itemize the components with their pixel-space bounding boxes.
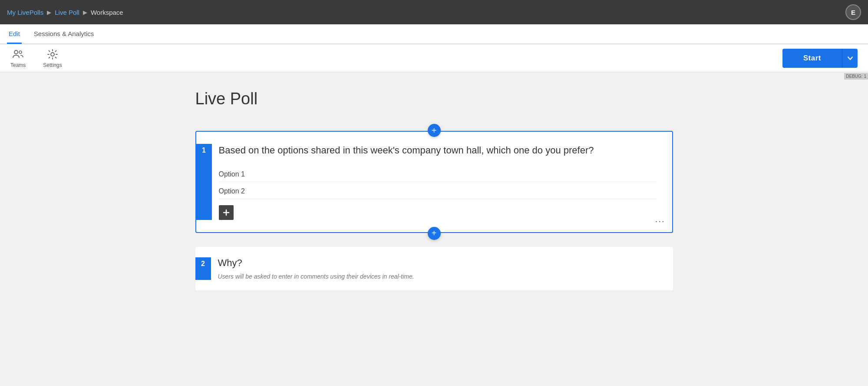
question-text-1: Based on the options shared in this week… [219, 144, 657, 157]
breadcrumb: My LivePolls ▶ Live Poll ▶ Workspace [7, 9, 123, 16]
teams-label: Teams [10, 62, 26, 68]
breadcrumb-poll[interactable]: Live Poll [55, 9, 79, 16]
question-subtitle-2: Users will be asked to enter in comments… [218, 273, 657, 280]
add-question-circle-bottom[interactable]: + [428, 227, 441, 240]
breadcrumb-sep1: ▶ [47, 9, 51, 16]
breadcrumb-sep2: ▶ [83, 9, 87, 16]
settings-icon [46, 48, 59, 60]
question-text-2: Why? [218, 257, 657, 269]
settings-label: Settings [43, 62, 62, 68]
toolbar-settings[interactable]: Settings [43, 48, 62, 68]
breadcrumb-current: Workspace [91, 9, 123, 16]
tab-edit[interactable]: Edit [7, 25, 22, 44]
toolbar: Teams Settings Start [0, 44, 868, 72]
breadcrumb-home[interactable]: My LivePolls [7, 9, 43, 16]
add-question-below-1: + [195, 227, 673, 240]
question-body-2: Why? Users will be asked to enter in com… [218, 257, 657, 280]
option-1[interactable]: Option 1 [219, 167, 657, 182]
add-option-button[interactable] [219, 205, 234, 220]
start-button[interactable]: Start [782, 49, 842, 68]
add-question-above-1: + [195, 124, 673, 137]
add-option-icon [222, 209, 230, 216]
question-card-1[interactable]: 1 Based on the options shared in this we… [195, 131, 673, 233]
svg-point-1 [19, 51, 22, 53]
toolbar-right: Start [782, 49, 858, 68]
start-dropdown-button[interactable] [842, 49, 858, 68]
question-card-2[interactable]: 2 Why? Users will be asked to enter in c… [195, 247, 673, 290]
poll-title: Live Poll [195, 90, 673, 108]
top-bar: My LivePolls ▶ Live Poll ▶ Workspace E [0, 0, 868, 24]
user-avatar[interactable]: E [845, 4, 861, 20]
svg-point-0 [14, 50, 18, 54]
question-body-1: Based on the options shared in this week… [219, 144, 657, 220]
question-number-1: 1 [196, 144, 212, 220]
toolbar-teams[interactable]: Teams [10, 48, 26, 68]
svg-point-2 [51, 53, 54, 56]
question-more-button[interactable]: ··· [655, 216, 665, 226]
option-2[interactable]: Option 2 [219, 184, 657, 199]
debug-badge: DEBUG: 1 [844, 73, 868, 80]
tab-bar: Edit Sessions & Analytics [0, 24, 868, 44]
content-area: Live Poll + 1 Based on the options share… [161, 72, 708, 369]
question-number-2: 2 [195, 257, 211, 280]
chevron-down-icon [847, 55, 853, 61]
tab-sessions[interactable]: Sessions & Analytics [32, 25, 96, 44]
add-question-circle-top[interactable]: + [428, 124, 441, 137]
main-content: Live Poll + 1 Based on the options share… [0, 72, 868, 386]
toolbar-left: Teams Settings [10, 48, 62, 68]
teams-icon [12, 48, 24, 60]
